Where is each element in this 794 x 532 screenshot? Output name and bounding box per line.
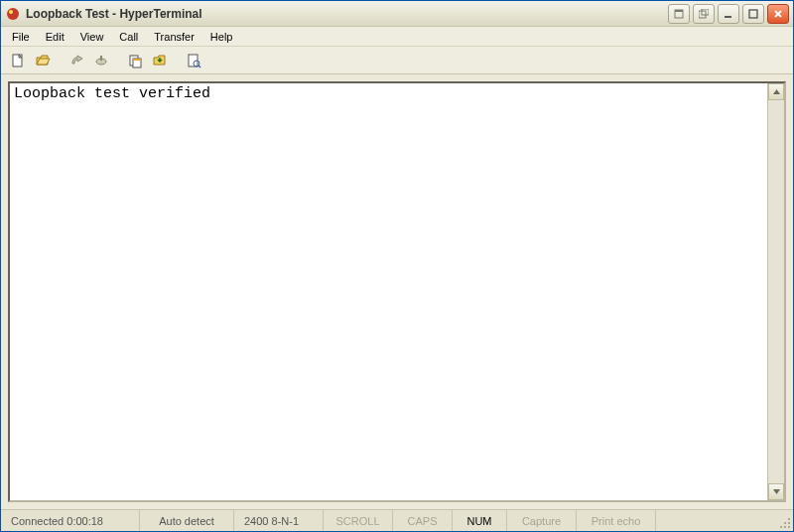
title-buttons bbox=[668, 4, 789, 24]
scroll-up-button[interactable] bbox=[768, 83, 784, 100]
disconnect-button[interactable] bbox=[90, 50, 112, 71]
close-button[interactable] bbox=[767, 4, 789, 24]
svg-rect-7 bbox=[749, 10, 757, 18]
menu-bar: File Edit View Call Transfer Help bbox=[1, 27, 793, 47]
title-bar[interactable]: Loopback Test - HyperTerminal bbox=[1, 1, 793, 27]
status-autodetect: Auto detect bbox=[140, 510, 234, 531]
svg-point-19 bbox=[788, 518, 790, 520]
svg-line-18 bbox=[198, 66, 200, 67]
status-printecho: Print echo bbox=[577, 510, 656, 531]
status-connected: Connected 0:00:18 bbox=[1, 510, 140, 531]
window-title: Loopback Test - HyperTerminal bbox=[26, 7, 668, 21]
scroll-down-button[interactable] bbox=[768, 483, 784, 500]
svg-rect-6 bbox=[725, 16, 731, 18]
status-num: NUM bbox=[453, 510, 507, 531]
svg-point-23 bbox=[784, 526, 786, 528]
svg-point-20 bbox=[784, 522, 786, 524]
menu-view[interactable]: View bbox=[73, 29, 111, 45]
svg-point-0 bbox=[7, 8, 19, 20]
terminal-frame: Loopback test verified bbox=[8, 81, 786, 502]
receive-button[interactable] bbox=[149, 50, 171, 71]
connect-button[interactable] bbox=[66, 50, 87, 71]
new-button[interactable] bbox=[7, 50, 29, 71]
terminal-output[interactable]: Loopback test verified bbox=[10, 83, 767, 500]
svg-point-1 bbox=[9, 10, 13, 14]
restore-down-alt-button[interactable] bbox=[693, 4, 715, 24]
open-button[interactable] bbox=[32, 50, 54, 71]
minimize-button[interactable] bbox=[718, 4, 739, 24]
svg-rect-12 bbox=[100, 56, 102, 61]
help-button[interactable] bbox=[668, 4, 690, 24]
svg-rect-3 bbox=[675, 10, 683, 12]
svg-rect-15 bbox=[133, 59, 141, 61]
content-area: Loopback test verified bbox=[1, 74, 793, 509]
send-button[interactable] bbox=[124, 50, 146, 71]
menu-call[interactable]: Call bbox=[112, 29, 145, 45]
status-scroll: SCROLL bbox=[324, 510, 393, 531]
vertical-scrollbar[interactable] bbox=[767, 83, 784, 500]
svg-point-24 bbox=[788, 526, 790, 528]
menu-edit[interactable]: Edit bbox=[39, 29, 71, 45]
svg-point-22 bbox=[780, 526, 782, 528]
status-capture: Capture bbox=[507, 510, 577, 531]
status-spacer bbox=[656, 510, 775, 531]
status-bar: Connected 0:00:18 Auto detect 2400 8-N-1… bbox=[1, 509, 793, 531]
app-icon bbox=[5, 6, 21, 22]
resize-grip[interactable] bbox=[775, 510, 793, 531]
app-window: Loopback Test - HyperTerminal File Edit … bbox=[0, 0, 794, 532]
status-caps: CAPS bbox=[393, 510, 453, 531]
properties-button[interactable] bbox=[183, 50, 204, 71]
status-settings: 2400 8-N-1 bbox=[234, 510, 324, 531]
menu-file[interactable]: File bbox=[5, 29, 37, 45]
scroll-track[interactable] bbox=[768, 100, 784, 483]
menu-transfer[interactable]: Transfer bbox=[147, 29, 201, 45]
maximize-button[interactable] bbox=[742, 4, 764, 24]
svg-point-21 bbox=[788, 522, 790, 524]
menu-help[interactable]: Help bbox=[203, 29, 240, 45]
toolbar bbox=[1, 47, 793, 74]
